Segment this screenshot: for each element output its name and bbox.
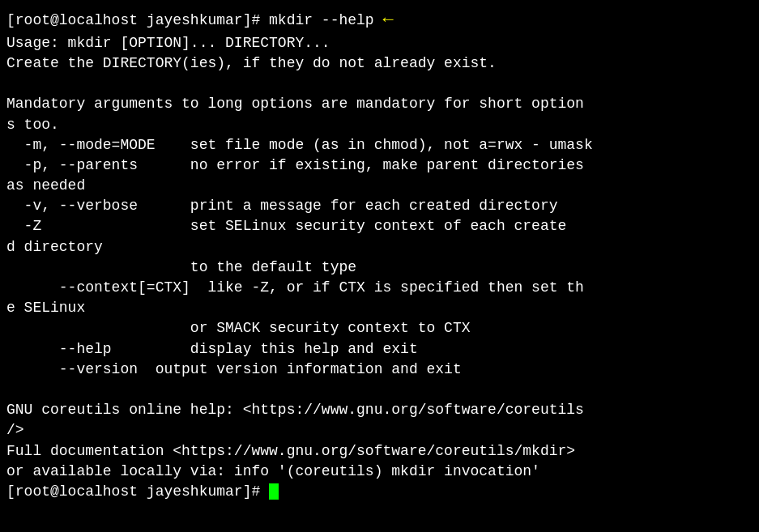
terminal-line-13: to the default type	[6, 257, 753, 278]
terminal-line-9: as needed	[6, 176, 753, 196]
terminal-line-6: s too.	[6, 115, 753, 135]
terminal-line-21: />	[6, 420, 753, 440]
terminal-prompt-final: [root@localhost jayeshkumar]#	[6, 482, 753, 502]
terminal-cursor	[269, 483, 279, 500]
terminal-line-3: Create the DIRECTORY(ies), if they do no…	[6, 53, 753, 74]
terminal-empty-2	[6, 380, 753, 400]
terminal-line-22: Full documentation <https://www.gnu.org/…	[6, 441, 753, 462]
terminal-line-20: GNU coreutils online help: <https://www.…	[6, 400, 753, 420]
terminal-line-1: [root@localhost jayeshkumar]# mkdir --he…	[6, 8, 753, 33]
terminal-line-11: -Z set SELinux security context of each …	[6, 216, 753, 236]
terminal-line-7: -m, --mode=MODE set file mode (as in chm…	[6, 135, 753, 155]
terminal-window: [root@localhost jayeshkumar]# mkdir --he…	[6, 8, 753, 502]
terminal-line-10: -v, --verbose print a message for each c…	[6, 196, 753, 216]
terminal-line-15: e SELinux	[6, 298, 753, 318]
terminal-line-18: --version output version information and…	[6, 360, 753, 380]
terminal-line-5: Mandatory arguments to long options are …	[6, 94, 753, 114]
terminal-line-17: --help display this help and exit	[6, 339, 753, 360]
terminal-line-16: or SMACK security context to CTX	[6, 318, 753, 338]
terminal-empty-1	[6, 74, 753, 94]
arrow-icon: ←	[383, 10, 394, 30]
terminal-line-12: d directory	[6, 237, 753, 257]
terminal-line-14: --context[=CTX] like -Z, or if CTX is sp…	[6, 278, 753, 298]
terminal-line-23: or available locally via: info '(coreuti…	[6, 462, 753, 482]
terminal-line-8: -p, --parents no error if existing, make…	[6, 155, 753, 176]
terminal-line-2: Usage: mkdir [OPTION]... DIRECTORY...	[6, 33, 753, 53]
command-prompt: [root@localhost jayeshkumar]# mkdir --he…	[6, 12, 374, 28]
